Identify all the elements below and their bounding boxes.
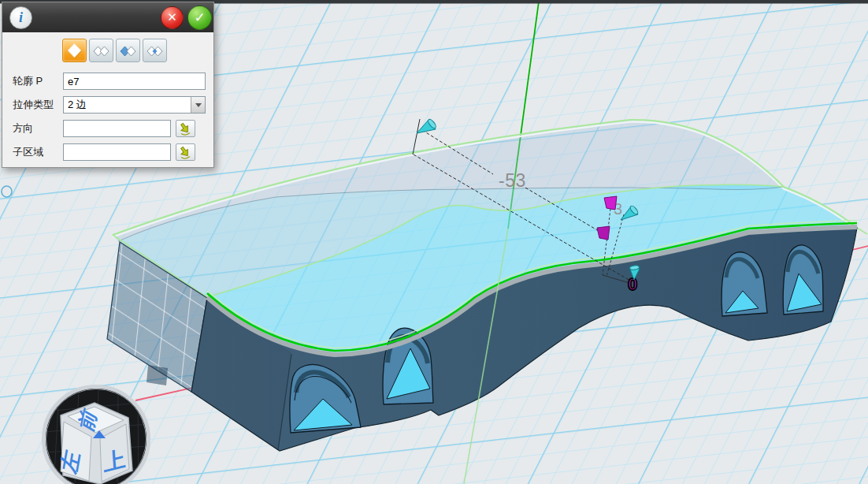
subregion-row: 子区域 — [13, 143, 207, 161]
extrude-type-button-2[interactable] — [89, 39, 113, 62]
left-face-notch — [147, 365, 168, 385]
extrude-distance-label[interactable]: -53 — [499, 170, 526, 191]
direction-row: 方向 — [13, 120, 207, 137]
extrude-type-button-1[interactable] — [62, 39, 87, 62]
confirm-button[interactable]: ✓ — [187, 6, 212, 30]
diamond-pair-icon — [91, 41, 111, 61]
direction-input[interactable] — [63, 120, 171, 137]
pick-arrow-icon — [178, 122, 193, 136]
cancel-button[interactable]: ✕ — [161, 6, 184, 29]
direction-pick-button[interactable] — [176, 120, 195, 137]
extrude-type-value: 2 边 — [68, 98, 87, 112]
dialog-title-bar: i ✕ ✓ — [2, 2, 213, 32]
view-cube[interactable]: 前 左 上 — [43, 387, 150, 484]
extrude-type-button-3[interactable] — [116, 39, 140, 62]
extrude-type-button-4[interactable] — [143, 39, 167, 62]
subregion-label: 子区域 — [13, 145, 63, 159]
diamond-mid-blue-icon — [145, 41, 165, 61]
extrude-type-label: 拉伸类型 — [13, 98, 63, 112]
direction-label: 方向 — [13, 121, 63, 136]
subregion-input[interactable] — [63, 143, 171, 161]
diamond-blue-white-icon — [118, 41, 138, 61]
subregion-pick-button[interactable] — [176, 143, 195, 161]
drag-handle — [604, 196, 617, 210]
info-icon: i — [9, 6, 32, 29]
extrude-type-toolbar — [2, 32, 213, 67]
profile-input[interactable] — [63, 73, 206, 90]
drag-handle — [597, 226, 610, 240]
cad-main-window: -53 3 0 前 左 上 i — [0, 0, 868, 484]
pick-arrow-icon — [178, 146, 193, 159]
origin-distance-label[interactable]: 0 — [628, 274, 637, 294]
extrude-dialog: i ✕ ✓ — [2, 2, 214, 168]
profile-label: 轮廓 P — [13, 74, 63, 88]
extrude-type-select[interactable]: 2 边 — [63, 96, 206, 114]
profile-row: 轮廓 P — [13, 73, 207, 90]
diamond-solid-icon — [65, 41, 84, 61]
chevron-down-icon[interactable] — [191, 97, 205, 113]
extrude-type-row: 拉伸类型 2 边 — [13, 96, 207, 114]
